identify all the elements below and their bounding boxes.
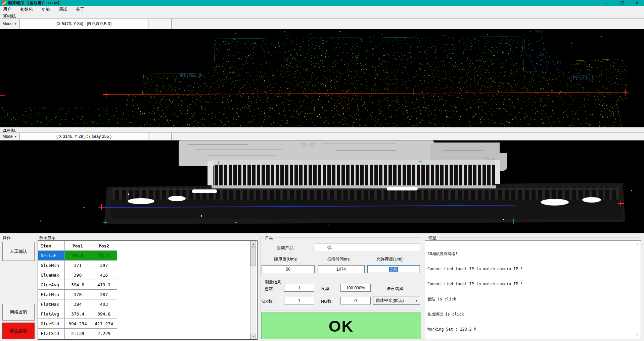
camera3d-toolbar: Mode ▼ (X 5473, Y 84) : (R 0,G 0,B 0) (0, 18, 644, 29)
table-row[interactable]: GlueStd 394.234 417.274 (38, 319, 257, 329)
camera3d-heightmap-image: P1:63.8 P2:71.1 (0, 29, 644, 127)
film-thickness-input[interactable]: 50 (262, 265, 315, 273)
language-selected-value: 简体中文(默认) (376, 298, 404, 303)
scrollbar-thumb[interactable] (250, 247, 256, 266)
network-listen-button[interactable]: 网络监听 (2, 304, 35, 321)
scroll-up-icon[interactable]: ▲ (636, 242, 639, 246)
camera3d-pixel-readout: (X 5473, Y 84) : (R 0,G 0,B 0) (20, 19, 148, 29)
log-line: Cannot find local IP to match camera IP … (427, 282, 638, 287)
camera3d-mode-label: Mode (3, 21, 13, 26)
language-select-label: 语言选择 (386, 286, 403, 292)
table-row[interactable]: X 2583.5 7966.7 (38, 338, 257, 340)
table-row[interactable]: FlatStd 2.139 2.229 (38, 329, 257, 338)
info-group: 信息 3D相机没有网络! Cannot find local IP to mat… (424, 237, 642, 340)
allowed-thickness-input[interactable]: 500 (367, 265, 420, 273)
current-product-input[interactable]: g1 (315, 243, 420, 251)
total-label: 总数: (265, 286, 274, 292)
yield-label: 良率: (321, 286, 330, 292)
p2-measurement-label: P2:71.1 (573, 75, 594, 81)
product-group: 产品 当前产品: g1 膜厚度(Um): 扫描时间ms: 允许厚度(Um): 5… (260, 237, 422, 278)
status-banner: OK (261, 312, 421, 339)
window-controls: — ❐ ✕ (605, 1, 642, 5)
table-row[interactable]: GlueMax 390 416 (38, 270, 257, 280)
camera2d-viewport[interactable] (0, 140, 644, 233)
manual-confirm-button[interactable]: 人工确认 (2, 242, 35, 261)
menu-item-init[interactable]: 初始化 (20, 7, 33, 12)
log-line: 集成调试 is click (427, 312, 638, 317)
ok-count-input[interactable]: 1 (284, 297, 314, 304)
menu-item-user[interactable]: 用户 (3, 7, 11, 12)
table-header-pos2: Pos2 (91, 241, 117, 251)
menu-item-about[interactable]: 关于 (76, 7, 84, 12)
results-group: 测量结果 总数: 1 良率: 100.000% 语言选择 OK数: 1 NG数:… (260, 282, 422, 310)
chevron-down-icon: ▼ (14, 135, 17, 138)
log-line: Cannot find local IP to match camera IP … (427, 267, 638, 272)
titlebar: 测厚程序 【当前用户: OEM】 — ❐ ✕ (0, 0, 644, 6)
camera2d-pixel-readout: ( X 3145, Y 28 ) : ( Gray 255 ) (20, 133, 148, 140)
table-row[interactable]: GlueAvg 394.8 419.1 (38, 280, 257, 290)
log-line: 3D相机没有网络! (427, 251, 638, 257)
table-row[interactable]: FlatMin 370 387 (38, 290, 257, 299)
menu-item-debug[interactable]: 调试 (59, 7, 67, 12)
restore-button[interactable]: ❐ (620, 1, 624, 5)
table-header-pos1: Pos1 (65, 241, 91, 251)
chevron-down-icon: ▾ (416, 299, 417, 302)
window-title: 测厚程序 【当前用户: OEM】 (8, 1, 61, 6)
scroll-down-icon[interactable]: ▼ (250, 334, 256, 339)
film-thickness-label: 膜厚度(Um): (274, 257, 297, 262)
close-button[interactable]: ✕ (635, 1, 638, 5)
scroll-up-icon[interactable]: ▲ (250, 241, 256, 247)
total-input[interactable]: 1 (284, 284, 314, 292)
data-display-section-label: 数据显示 (39, 235, 55, 241)
stop-listen-button[interactable]: 停止监听 (2, 323, 35, 339)
minimize-button[interactable]: — (605, 1, 609, 5)
ng-count-input[interactable]: 0 (340, 297, 371, 304)
log-line: Working Set : 223.2 M (427, 327, 638, 332)
table-header-item: Item (38, 241, 65, 251)
chevron-down-icon: ▼ (14, 22, 17, 25)
menubar: 用户 初始化 功能 调试 关于 (0, 6, 644, 13)
product-group-label: 产品 (264, 235, 274, 241)
ok-count-label: OK数: (262, 299, 274, 304)
menu-item-function[interactable]: 功能 (42, 7, 50, 12)
camera3d-mode-dropdown[interactable]: Mode ▼ (0, 19, 20, 29)
camera2d-toolbar-cell (148, 133, 172, 140)
scan-time-input[interactable]: 1074 (318, 265, 365, 273)
scroll-down-icon[interactable]: ▼ (636, 333, 639, 336)
camera2d-grayscale-image (0, 140, 644, 233)
camera2d-mode-dropdown[interactable]: Mode ▼ (0, 133, 20, 140)
info-group-label: 信息 (427, 235, 438, 241)
app-icon (2, 1, 6, 5)
table-row[interactable]: FlatAvg 376.4 394.8 (38, 309, 257, 319)
results-group-label: 测量结果 (264, 279, 282, 285)
language-select-dropdown[interactable]: 简体中文(默认) ▾ (373, 296, 420, 305)
current-product-label: 当前产品: (277, 245, 294, 251)
camera2d-mode-label: Mode (3, 134, 13, 139)
data-display-table: Item Pos1 Pos2 DeltaH 63.8 71.1 GlueMin … (38, 240, 258, 340)
camera3d-toolbar-cell (148, 19, 172, 29)
log-output[interactable]: 3D相机没有网络! Cannot find local IP to match … (425, 240, 641, 339)
table-row-deltah[interactable]: DeltaH 63.8 71.1 (38, 251, 257, 261)
table-row[interactable]: GlueMin 371 397 (38, 261, 257, 270)
scan-time-label: 扫描时间ms: (327, 257, 351, 262)
selected-text: 500 (389, 267, 398, 272)
camera3d-viewport[interactable]: P1:63.8 P2:71.1 (0, 29, 644, 127)
p1-measurement-label: P1:63.8 (180, 72, 201, 78)
ng-count-label: NG数: (321, 299, 333, 304)
yield-input[interactable]: 100.000% (340, 284, 371, 292)
table-row[interactable]: FlatMax 384 403 (38, 299, 257, 309)
camera2d-toolbar: Mode ▼ ( X 3145, Y 28 ) : ( Gray 255 ) (0, 132, 644, 140)
table-header-row: Item Pos1 Pos2 (38, 241, 257, 251)
table-scrollbar[interactable]: ▲ ▼ (250, 241, 256, 339)
operations-section-label: 操作 (3, 235, 11, 241)
log-line: 登陆 is click (427, 297, 638, 302)
allowed-thickness-label: 允许厚度(Um): (376, 257, 404, 262)
